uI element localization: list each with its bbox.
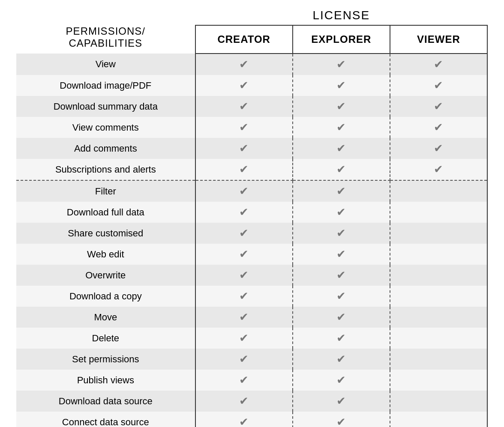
table-row: Connect data source bbox=[16, 412, 487, 427]
check-icon bbox=[239, 354, 249, 365]
check-icon bbox=[239, 143, 249, 154]
viewer-cell bbox=[390, 54, 487, 75]
check-icon bbox=[336, 60, 346, 70]
table-row: Publish views bbox=[16, 370, 487, 391]
viewer-cell bbox=[390, 223, 487, 244]
permission-label: Download summary data bbox=[16, 96, 195, 117]
explorer-cell bbox=[293, 307, 390, 328]
viewer-cell bbox=[390, 244, 487, 265]
check-icon bbox=[336, 354, 346, 365]
creator-cell bbox=[195, 349, 293, 370]
permission-label: Download image/PDF bbox=[16, 75, 195, 96]
permissions-label: PERMISSIONS/CAPABILITIES bbox=[66, 25, 145, 49]
permission-label: Set permissions bbox=[16, 349, 195, 370]
check-icon bbox=[336, 291, 346, 302]
creator-cell bbox=[195, 180, 293, 202]
explorer-cell bbox=[293, 286, 390, 307]
table-row: Download full data bbox=[16, 202, 487, 223]
explorer-cell bbox=[293, 391, 390, 412]
license-header-row: LICENSE bbox=[16, 9, 487, 25]
check-icon bbox=[239, 186, 249, 197]
permission-label: Web edit bbox=[16, 244, 195, 265]
permission-label: Publish views bbox=[16, 370, 195, 391]
creator-cell bbox=[195, 159, 293, 180]
table-row: Set permissions bbox=[16, 349, 487, 370]
check-icon bbox=[239, 249, 249, 260]
viewer-cell bbox=[390, 117, 487, 138]
check-icon bbox=[239, 333, 249, 344]
viewer-cell bbox=[390, 412, 487, 427]
table-row: Add comments bbox=[16, 138, 487, 159]
explorer-cell bbox=[293, 96, 390, 117]
viewer-header: VIEWER bbox=[390, 25, 487, 54]
explorer-cell bbox=[293, 412, 390, 427]
permission-label: Download full data bbox=[16, 202, 195, 223]
permissions-table-body: ViewDownload image/PDFDownload summary d… bbox=[16, 54, 487, 427]
creator-cell bbox=[195, 265, 293, 286]
creator-cell bbox=[195, 370, 293, 391]
permission-label: Move bbox=[16, 307, 195, 328]
check-icon bbox=[239, 122, 249, 133]
creator-cell bbox=[195, 244, 293, 265]
check-icon bbox=[336, 396, 346, 407]
permission-label: Add comments bbox=[16, 138, 195, 159]
viewer-cell bbox=[390, 138, 487, 159]
check-icon bbox=[336, 228, 346, 239]
check-icon bbox=[239, 228, 249, 239]
viewer-cell bbox=[390, 328, 487, 349]
table-row: Subscriptions and alerts bbox=[16, 159, 487, 180]
permission-label: Overwrite bbox=[16, 265, 195, 286]
table-row: View comments bbox=[16, 117, 487, 138]
explorer-header: EXPLORER bbox=[293, 25, 390, 54]
explorer-cell bbox=[293, 349, 390, 370]
permissions-table: LICENSE PERMISSIONS/CAPABILITIES CREATOR… bbox=[16, 9, 488, 427]
viewer-cell bbox=[390, 75, 487, 96]
check-icon bbox=[336, 249, 346, 260]
creator-cell bbox=[195, 391, 293, 412]
check-icon bbox=[239, 375, 249, 386]
table-row: View bbox=[16, 54, 487, 75]
table-row: Share customised bbox=[16, 223, 487, 244]
explorer-cell bbox=[293, 138, 390, 159]
check-icon bbox=[336, 417, 346, 427]
check-icon bbox=[239, 291, 249, 302]
check-icon bbox=[239, 102, 249, 112]
viewer-cell bbox=[390, 349, 487, 370]
permissions-table-wrapper: LICENSE PERMISSIONS/CAPABILITIES CREATOR… bbox=[16, 9, 488, 427]
viewer-cell bbox=[390, 370, 487, 391]
check-icon bbox=[336, 143, 346, 154]
explorer-cell bbox=[293, 223, 390, 244]
explorer-cell bbox=[293, 328, 390, 349]
check-icon bbox=[336, 270, 346, 281]
creator-cell bbox=[195, 117, 293, 138]
check-icon bbox=[239, 312, 249, 323]
creator-cell bbox=[195, 223, 293, 244]
creator-cell bbox=[195, 138, 293, 159]
viewer-cell bbox=[390, 307, 487, 328]
check-icon bbox=[434, 102, 443, 112]
permission-label: View bbox=[16, 54, 195, 75]
explorer-cell bbox=[293, 265, 390, 286]
table-row: Download image/PDF bbox=[16, 75, 487, 96]
permission-label: Download data source bbox=[16, 391, 195, 412]
viewer-cell bbox=[390, 391, 487, 412]
check-icon bbox=[336, 164, 346, 175]
viewer-cell bbox=[390, 180, 487, 202]
creator-cell bbox=[195, 96, 293, 117]
table-row: Delete bbox=[16, 328, 487, 349]
permission-label: Download a copy bbox=[16, 286, 195, 307]
check-icon bbox=[336, 333, 346, 344]
table-row: Overwrite bbox=[16, 265, 487, 286]
check-icon bbox=[434, 143, 443, 154]
creator-cell bbox=[195, 54, 293, 75]
explorer-cell bbox=[293, 117, 390, 138]
check-icon bbox=[434, 81, 443, 91]
permission-label: View comments bbox=[16, 117, 195, 138]
explorer-cell bbox=[293, 159, 390, 180]
column-header-row: PERMISSIONS/CAPABILITIES CREATOR EXPLORE… bbox=[16, 25, 487, 54]
check-icon bbox=[239, 270, 249, 281]
check-icon bbox=[336, 207, 346, 218]
permission-label: Filter bbox=[16, 180, 195, 202]
permission-label: Share customised bbox=[16, 223, 195, 244]
viewer-cell bbox=[390, 202, 487, 223]
